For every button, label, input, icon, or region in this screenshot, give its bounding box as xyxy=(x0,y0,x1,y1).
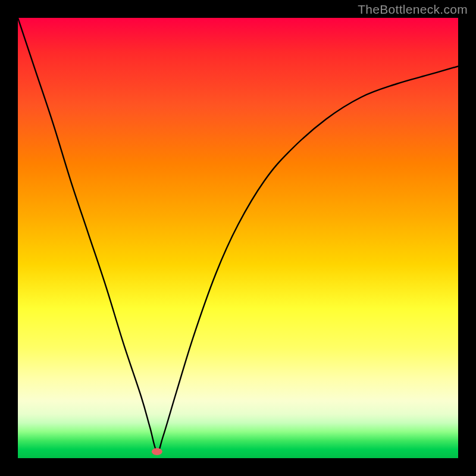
curve-layer xyxy=(18,18,458,458)
watermark-text: TheBottleneck.com xyxy=(358,2,468,17)
chart-frame: TheBottleneck.com xyxy=(0,0,476,476)
min-marker xyxy=(152,448,162,455)
bottleneck-curve xyxy=(18,18,458,452)
plot-area xyxy=(18,18,458,458)
